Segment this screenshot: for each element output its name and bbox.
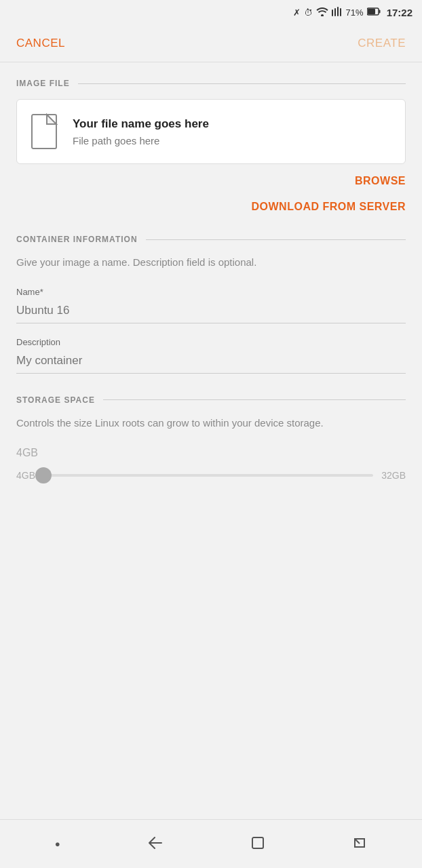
file-info: Your file name goes here File path goes … bbox=[73, 117, 209, 146]
svg-rect-7 bbox=[379, 9, 380, 13]
storage-section-header: STORAGE SPACE bbox=[16, 395, 406, 405]
file-card: Your file name goes here File path goes … bbox=[16, 99, 406, 164]
container-info-section-line bbox=[146, 239, 406, 240]
nav-circle-button[interactable]: ● bbox=[47, 831, 69, 857]
slider-track[interactable] bbox=[43, 474, 373, 477]
battery-percent: 71% bbox=[346, 7, 364, 18]
file-path: File path goes here bbox=[73, 135, 209, 146]
slider-min-label: 4GB bbox=[16, 470, 35, 481]
create-button[interactable]: CREATE bbox=[358, 31, 406, 56]
name-field-group: Name* bbox=[16, 287, 406, 323]
storage-section-line bbox=[103, 399, 406, 400]
name-label: Name* bbox=[16, 287, 406, 297]
circle-icon: ● bbox=[55, 839, 60, 849]
name-input[interactable] bbox=[16, 300, 406, 323]
action-links: BROWSE DOWNLOAD FROM SERVER bbox=[16, 170, 406, 218]
browse-button[interactable]: BROWSE bbox=[355, 170, 406, 193]
time-display: 17:22 bbox=[387, 7, 413, 18]
svg-point-0 bbox=[321, 14, 324, 16]
nav-recents-button[interactable] bbox=[243, 828, 273, 860]
description-input[interactable] bbox=[16, 350, 406, 374]
menu-icon bbox=[352, 836, 367, 852]
main-content: IMAGE FILE Your file name goes here File… bbox=[0, 62, 422, 819]
storage-section-title: STORAGE SPACE bbox=[16, 395, 95, 405]
svg-rect-11 bbox=[252, 837, 263, 848]
container-info-section-title: CONTAINER INFORMATION bbox=[16, 235, 138, 244]
image-file-section-header: IMAGE FILE bbox=[16, 79, 406, 88]
svg-rect-4 bbox=[340, 8, 341, 16]
slider-thumb[interactable] bbox=[35, 467, 52, 484]
svg-rect-3 bbox=[337, 7, 339, 16]
storage-description-text: Controls the size Linux roots can grow t… bbox=[16, 416, 406, 431]
back-icon bbox=[148, 837, 163, 851]
image-file-section-title: IMAGE FILE bbox=[16, 79, 70, 88]
image-file-section-line bbox=[78, 83, 406, 84]
container-description-text: Give your image a name. Description fiel… bbox=[16, 255, 406, 271]
action-bar: CANCEL CREATE bbox=[0, 24, 422, 62]
cancel-button[interactable]: CANCEL bbox=[16, 31, 65, 56]
description-field-group: Description bbox=[16, 337, 406, 374]
container-info-section-header: CONTAINER INFORMATION bbox=[16, 235, 406, 244]
download-from-server-button[interactable]: DOWNLOAD FROM SERVER bbox=[252, 195, 406, 218]
nav-menu-button[interactable] bbox=[344, 828, 375, 860]
slider-row: 4GB 32GB bbox=[16, 470, 406, 481]
svg-rect-1 bbox=[332, 9, 333, 16]
nav-back-button[interactable] bbox=[140, 829, 171, 859]
svg-rect-2 bbox=[334, 8, 336, 16]
bottom-nav: ● bbox=[0, 819, 422, 868]
recents-icon bbox=[251, 836, 265, 852]
storage-current-value: 4GB bbox=[16, 447, 406, 459]
svg-rect-6 bbox=[368, 9, 375, 14]
bluetooth-icon: ✗ bbox=[293, 7, 301, 18]
description-label: Description bbox=[16, 337, 406, 347]
alarm-icon: ⏱ bbox=[304, 7, 313, 18]
sim-icon bbox=[332, 7, 343, 18]
battery-icon bbox=[367, 7, 381, 18]
wifi-icon bbox=[316, 7, 328, 18]
file-icon bbox=[31, 113, 60, 150]
status-icons: ✗ ⏱ 71% 17:22 bbox=[293, 7, 413, 18]
status-bar: ✗ ⏱ 71% 17:22 bbox=[0, 0, 422, 24]
slider-max-label: 32GB bbox=[381, 470, 406, 481]
file-name: Your file name goes here bbox=[73, 117, 209, 131]
